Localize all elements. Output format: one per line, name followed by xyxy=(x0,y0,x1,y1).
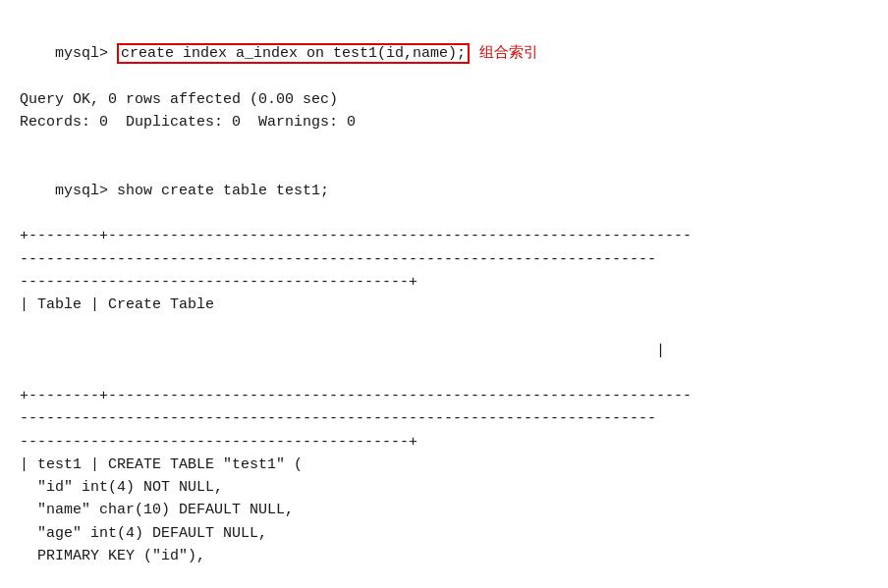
row-test1: | test1 | CREATE TABLE "test1" ( xyxy=(20,454,868,476)
query-ok-line: Query OK, 0 rows affected (0.00 sec) xyxy=(20,88,868,111)
separator-4: +--------+------------------------------… xyxy=(20,385,868,407)
separator-1: +--------+------------------------------… xyxy=(20,225,868,247)
row-key-line: KEY "a_index" ("id","name") xyxy=(20,567,868,588)
show-create-command: show create table test1; xyxy=(117,183,329,199)
separator-5: ----------------------------------------… xyxy=(20,407,868,430)
mysql-prompt-2: mysql> xyxy=(55,183,117,199)
separator-2: ----------------------------------------… xyxy=(20,248,868,271)
annotation-composite-index: 组合索引 xyxy=(479,43,538,60)
row-name: "name" char(10) DEFAULT NULL, xyxy=(20,499,868,521)
create-index-command: create index a_index on test1(id,name); xyxy=(117,43,470,64)
empty-line-2 xyxy=(20,316,868,339)
row-age: "age" int(4) DEFAULT NULL, xyxy=(20,522,868,545)
empty-line-1 xyxy=(20,134,868,156)
pipe-line: | xyxy=(20,340,868,362)
table-header-line: | Table | Create Table xyxy=(20,294,868,316)
mysql-prompt-1: mysql> xyxy=(55,45,117,62)
command-line-1: mysql> create index a_index on test1(id,… xyxy=(20,18,868,88)
command-line-2: mysql> show create table test1; xyxy=(20,157,868,226)
row-pk: PRIMARY KEY ("id"), xyxy=(20,545,868,567)
separator-6: ----------------------------------------… xyxy=(20,431,868,454)
row-id: "id" int(4) NOT NULL, xyxy=(20,476,868,499)
empty-line-3 xyxy=(20,362,868,385)
records-line: Records: 0 Duplicates: 0 Warnings: 0 xyxy=(20,111,868,134)
separator-3: ----------------------------------------… xyxy=(20,271,868,294)
terminal-output: mysql> create index a_index on test1(id,… xyxy=(20,18,868,588)
